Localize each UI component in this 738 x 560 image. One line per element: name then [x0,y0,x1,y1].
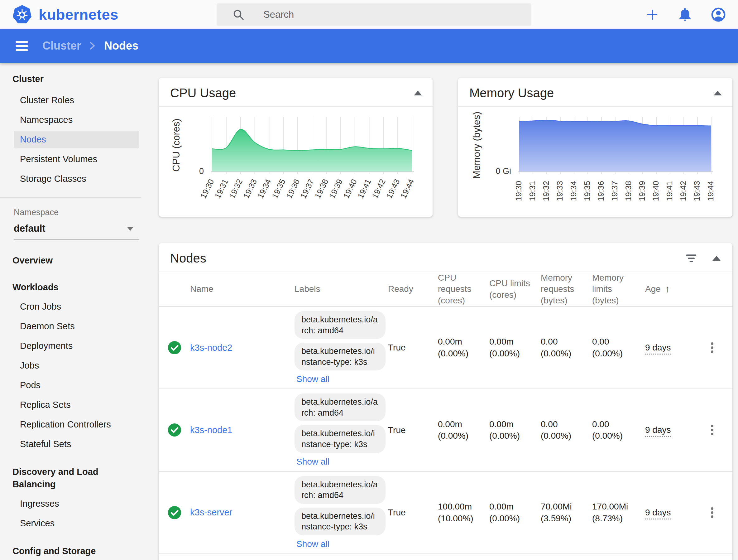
show-all-link[interactable]: Show all [296,457,329,467]
collapse-cpu-card-icon[interactable] [414,91,422,95]
show-all-link[interactable]: Show all [296,539,329,549]
namespace-label: Namespace [0,208,141,217]
cpu-requests-value: 0.00m (0.00%) [438,336,489,359]
svg-text:19:34: 19:34 [256,178,273,200]
cpu-usage-title: CPU Usage [170,86,236,100]
label-chip: beta.kubernetes.io/arch: amd64 [295,476,386,504]
svg-text:19:36: 19:36 [284,178,301,200]
svg-text:19:43: 19:43 [384,178,401,200]
search-icon [232,8,245,21]
col-age-sort[interactable]: Age ↑ [645,283,692,295]
sidebar-item-cron-jobs[interactable]: Cron Jobs [14,298,139,316]
sidebar-item-replication-controllers[interactable]: Replication Controllers [14,415,139,434]
create-resource-button[interactable] [645,7,660,22]
sidebar-heading-cluster: Cluster [0,73,141,85]
sidebar-item-overview[interactable]: Overview [0,254,141,267]
svg-text:19:43: 19:43 [692,181,702,201]
notifications-button[interactable] [678,7,693,22]
node-name-link[interactable]: k3s-server [190,507,295,518]
svg-text:19:35: 19:35 [270,178,287,200]
chevron-right-icon [88,41,97,50]
svg-text:0: 0 [199,167,204,176]
sidebar-heading-config-storage: Config and Storage [0,545,141,557]
sidebar-item-ingresses[interactable]: Ingresses [14,495,139,513]
brand-name: kubernetes [39,6,118,23]
col-memory-limits: Memory limits (bytes) [592,272,645,306]
kubernetes-brand[interactable]: kubernetes [12,5,118,25]
topbar-actions [645,0,726,29]
table-row: k3s-server beta.kubernetes.io/arch: amd6… [159,472,732,554]
ready-value: True [388,342,438,353]
svg-text:19:38: 19:38 [313,178,330,200]
svg-text:19:30: 19:30 [199,178,216,200]
status-ok-icon [167,340,182,355]
filter-button[interactable] [684,252,698,265]
cpu-requests-value: 0.00m (0.00%) [438,418,489,442]
sidebar: Cluster Cluster Roles Namespaces Nodes P… [0,63,141,560]
account-button[interactable] [711,7,726,22]
sidebar-item-jobs[interactable]: Jobs [14,357,139,374]
svg-text:CPU (cores): CPU (cores) [171,118,182,172]
cpu-requests-value: 100.00m (10.00%) [438,501,489,524]
sidebar-item-storage-classes[interactable]: Storage Classes [14,170,139,188]
svg-text:19:36: 19:36 [596,181,606,201]
memory-limits-value: 0.00 (0.00%) [592,418,645,442]
sidebar-item-replica-sets[interactable]: Replica Sets [14,396,139,414]
svg-text:19:41: 19:41 [665,181,674,201]
status-ok-icon [167,505,182,520]
sidebar-item-daemon-sets[interactable]: Daemon Sets [14,317,139,335]
bell-icon [678,7,693,22]
sidebar-heading-workloads: Workloads [0,281,141,293]
row-menu-button[interactable] [707,339,718,356]
main-content: CPU Usage 19:3019:3119:3219:3319:3419:35… [141,63,738,560]
svg-text:19:41: 19:41 [356,178,373,200]
row-menu-button[interactable] [707,504,718,521]
nodes-card: Nodes Name Labels Ready [159,243,732,560]
memory-requests-value: 0.00 (0.00%) [541,336,592,359]
ready-value: True [388,507,438,519]
pagination-bar: 1 – 3 of 3 [159,554,732,560]
row-menu-button[interactable] [707,421,718,439]
age-value[interactable]: 9 days [645,508,671,520]
kubernetes-logo-icon [12,5,32,25]
sort-ascending-icon: ↑ [665,283,670,295]
svg-text:19:39: 19:39 [637,181,647,201]
col-name: Name [190,283,295,295]
svg-text:19:30: 19:30 [514,181,523,201]
collapse-nodes-card-icon[interactable] [712,256,721,261]
memory-usage-chart: 19:3019:3119:3219:3319:3419:3519:3619:37… [458,107,732,214]
svg-text:19:40: 19:40 [341,178,358,200]
age-value[interactable]: 9 days [645,343,671,354]
collapse-memory-card-icon[interactable] [714,91,722,95]
sidebar-item-namespaces[interactable]: Namespaces [14,111,139,129]
sidebar-item-cluster-roles[interactable]: Cluster Roles [14,91,139,109]
table-row: k3s-node1 beta.kubernetes.io/arch: amd64… [159,389,732,472]
sidebar-item-stateful-sets[interactable]: Stateful Sets [14,435,139,453]
menu-button[interactable] [14,39,30,53]
svg-text:0 Gi: 0 Gi [495,167,511,176]
node-name-link[interactable]: k3s-node1 [190,425,295,435]
filter-list-icon [684,252,698,265]
label-chip: beta.kubernetes.io/instance-type: k3s [295,425,386,453]
node-name-link[interactable]: k3s-node2 [190,343,295,353]
col-cpu-requests: CPU requests (cores) [438,272,489,306]
account-circle-icon [711,7,726,22]
search-input[interactable] [263,9,531,21]
sidebar-item-deployments[interactable]: Deployments [14,337,139,355]
memory-usage-card: Memory Usage 19:3019:3119:3219:3319:3419… [458,78,732,217]
sidebar-item-nodes[interactable]: Nodes [14,130,139,149]
sidebar-item-persistent-volumes[interactable]: Persistent Volumes [14,150,139,168]
age-value[interactable]: 9 days [645,425,671,437]
sidebar-item-services[interactable]: Services [14,515,139,532]
cpu-usage-card: CPU Usage 19:3019:3119:3219:3319:3419:35… [159,78,433,217]
show-all-link[interactable]: Show all [296,374,329,384]
label-chip: beta.kubernetes.io/instance-type: k3s [295,343,386,370]
breadcrumb-parent-link[interactable]: Cluster [42,39,81,52]
svg-text:19:31: 19:31 [213,178,230,200]
sidebar-item-pods[interactable]: Pods [14,376,139,394]
namespace-select[interactable]: default [14,223,134,234]
chevron-down-icon [127,227,134,231]
svg-text:19:44: 19:44 [706,181,715,201]
col-ready: Ready [388,283,438,295]
breadcrumb-current: Nodes [104,39,138,52]
